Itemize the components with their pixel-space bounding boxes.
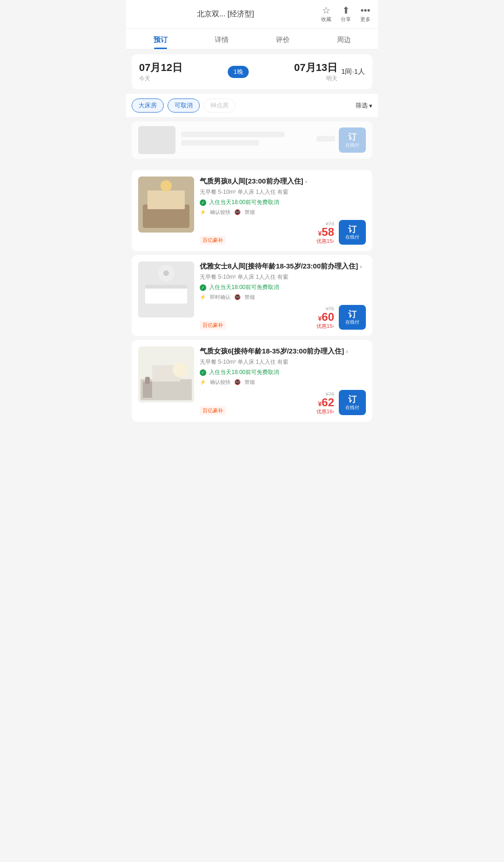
- room-title-1[interactable]: 气质男孩8人间[23:00前办理入住] ›: [200, 177, 366, 186]
- room-title-arrow-2: ›: [360, 263, 362, 270]
- room-cancel-tag-3: 入住当天18:00前可免费取消: [200, 368, 366, 376]
- filter-screen-button[interactable]: 筛选 ▾: [356, 101, 372, 110]
- checkout-block: 07月13日 明天: [252, 61, 337, 83]
- lightning-icon-2: ⚡: [200, 294, 206, 300]
- room-info-3: 气质女孩6[接待年龄18-35岁/23:00前办理入住] › 无早餐 5-10m…: [200, 346, 366, 415]
- room-info-2: 优雅女士8人间[接待年龄18-35岁/23:00前办理入住] › 无早餐 5-1…: [200, 261, 366, 330]
- share-icon: ⬆: [342, 6, 350, 15]
- price-discount-2: 优惠15›: [316, 323, 334, 330]
- book-button-1[interactable]: 订 在线付: [339, 220, 366, 245]
- tab-detail[interactable]: 详情: [191, 29, 252, 49]
- checkin-block: 07月12日 今天: [139, 61, 224, 83]
- partial-price: [316, 136, 335, 144]
- room-title-arrow-1: ›: [305, 178, 307, 185]
- room-subsidy-1: 百亿豪补: [200, 236, 226, 245]
- partial-room-info: [181, 132, 311, 148]
- room-features-3: ⚡ 确认较快 🚭 禁烟: [200, 379, 366, 386]
- price-book-area-1: ¥73 ¥58 优惠15› 订 在线付: [316, 220, 366, 245]
- price-current-3: ¥62: [318, 397, 335, 408]
- partial-room-card: 订 在线付: [132, 121, 372, 159]
- price-block-3: ¥78 ¥62 优惠16›: [316, 391, 334, 415]
- check-icon-1: [200, 199, 208, 206]
- checkin-date: 07月12日: [139, 61, 224, 75]
- nosmoking-icon-3: 🚭: [234, 379, 241, 385]
- room-image-1[interactable]: 2: [138, 177, 194, 233]
- room-image-3[interactable]: 4: [138, 346, 194, 403]
- book-button-2[interactable]: 订 在线付: [339, 305, 366, 330]
- checkout-day: 明天: [252, 75, 337, 83]
- partial-line-1: [181, 132, 285, 137]
- room-image-count-2: 20: [141, 307, 152, 315]
- page-header: 北京双... [经济型] ☆ 收藏 ⬆ 分享 ••• 更多: [126, 0, 378, 29]
- star-icon: ☆: [322, 6, 330, 15]
- partial-price-area: 订 在线付: [316, 127, 366, 153]
- room-features-1: ⚡ 确认较快 🚭 禁烟: [200, 209, 366, 216]
- tab-review[interactable]: 评价: [252, 29, 313, 49]
- room-desc-2: 无早餐 5-10m² 单人床 1人入住 有窗: [200, 273, 366, 281]
- partial-line-2: [181, 140, 259, 146]
- share-button[interactable]: ⬆ 分享: [341, 6, 351, 23]
- price-discount-1: 优惠15›: [316, 238, 334, 245]
- filter-cancellable[interactable]: 可取消: [168, 99, 200, 113]
- room-bottom-3: 百亿豪补 ¥78 ¥62 优惠16› 订 在线付: [200, 390, 366, 415]
- room-image-count-1: 2: [141, 222, 149, 230]
- check-icon-2: [200, 284, 208, 291]
- more-button[interactable]: ••• 更多: [360, 6, 371, 23]
- room-title-3[interactable]: 气质女孩6[接待年龄18-35岁/23:00前办理入住] ›: [200, 346, 366, 356]
- more-icon: •••: [360, 6, 370, 15]
- room-info-1: 气质男孩8人间[23:00前办理入住] › 无早餐 5-10m² 单人床 1人入…: [200, 177, 366, 245]
- room-subsidy-3: 百亿豪补: [200, 406, 226, 415]
- price-block-1: ¥73 ¥58 优惠15›: [316, 221, 334, 245]
- nights-badge[interactable]: 1晚: [228, 66, 248, 78]
- price-current-1: ¥58: [318, 226, 335, 238]
- checkout-date: 07月13日: [252, 61, 337, 75]
- price-block-2: ¥75 ¥60 优惠15›: [316, 306, 334, 330]
- tab-nearby[interactable]: 周边: [313, 29, 374, 49]
- room-card-3: 4 气质女孩6[接待年龄18-35岁/23:00前办理入住] › 无早餐 5-1…: [132, 340, 372, 421]
- checkin-day: 今天: [139, 75, 224, 83]
- room-cancel-tag-2: 入住当天18:00前可免费取消: [200, 283, 366, 291]
- header-actions: ☆ 收藏 ⬆ 分享 ••• 更多: [321, 6, 371, 23]
- rooms-guests[interactable]: 1间·1人: [341, 67, 365, 76]
- room-title-arrow-3: ›: [346, 348, 348, 355]
- lightning-icon-1: ⚡: [200, 209, 206, 215]
- partial-room-image: [138, 126, 175, 154]
- filter-arrow-icon: ▾: [369, 102, 372, 109]
- nosmoking-icon-2: 🚭: [234, 294, 241, 300]
- collect-button[interactable]: ☆ 收藏: [321, 6, 331, 23]
- price-discount-3: 优惠16›: [316, 408, 334, 415]
- filter-hourly[interactable]: 钟点房: [203, 99, 236, 113]
- lightning-icon-3: ⚡: [200, 379, 206, 385]
- hotel-title: 北京双... [经济型]: [133, 9, 317, 19]
- room-bottom-2: 百亿豪补 ¥75 ¥60 优惠15› 订 在线付: [200, 305, 366, 330]
- room-cancel-tag-1: 入住当天18:00前可免费取消: [200, 198, 366, 206]
- room-image-2[interactable]: 20: [138, 261, 194, 318]
- room-image-count-3: 4: [141, 392, 149, 400]
- room-desc-3: 无早餐 5-10m² 单人床 1人入住 有窗: [200, 358, 366, 366]
- filter-big-bed[interactable]: 大床房: [132, 99, 164, 113]
- price-book-area-2: ¥75 ¥60 优惠15› 订 在线付: [316, 305, 366, 330]
- filter-bar: 大床房 可取消 钟点房 筛选 ▾: [126, 94, 378, 118]
- room-subsidy-2: 百亿豪补: [200, 321, 226, 330]
- nosmoking-icon-1: 🚭: [234, 209, 241, 215]
- price-book-area-3: ¥78 ¥62 优惠16› 订 在线付: [316, 390, 366, 415]
- date-selector[interactable]: 07月12日 今天 1晚 07月13日 明天 1间·1人: [132, 54, 372, 89]
- room-bottom-1: 百亿豪补 ¥73 ¥58 优惠15› 订 在线付: [200, 220, 366, 245]
- room-features-2: ⚡ 即时确认 🚭 禁烟: [200, 294, 366, 301]
- tab-bar: 预订 详情 评价 周边: [126, 29, 378, 49]
- partial-book-button: 订 在线付: [339, 127, 366, 153]
- room-card-2: 20 优雅女士8人间[接待年龄18-35岁/23:00前办理入住] › 无早餐 …: [132, 255, 372, 336]
- room-desc-1: 无早餐 5-10m² 单人床 1人入住 有窗: [200, 188, 366, 196]
- check-icon-3: [200, 369, 208, 376]
- book-button-3[interactable]: 订 在线付: [339, 390, 366, 415]
- room-title-2[interactable]: 优雅女士8人间[接待年龄18-35岁/23:00前办理入住] ›: [200, 261, 366, 271]
- price-current-2: ¥60: [318, 311, 335, 323]
- room-list: 2 气质男孩8人间[23:00前办理入住] › 无早餐 5-10m² 单人床 1…: [126, 163, 378, 429]
- tab-book[interactable]: 预订: [130, 29, 191, 49]
- room-card-1: 2 气质男孩8人间[23:00前办理入住] › 无早餐 5-10m² 单人床 1…: [132, 170, 372, 251]
